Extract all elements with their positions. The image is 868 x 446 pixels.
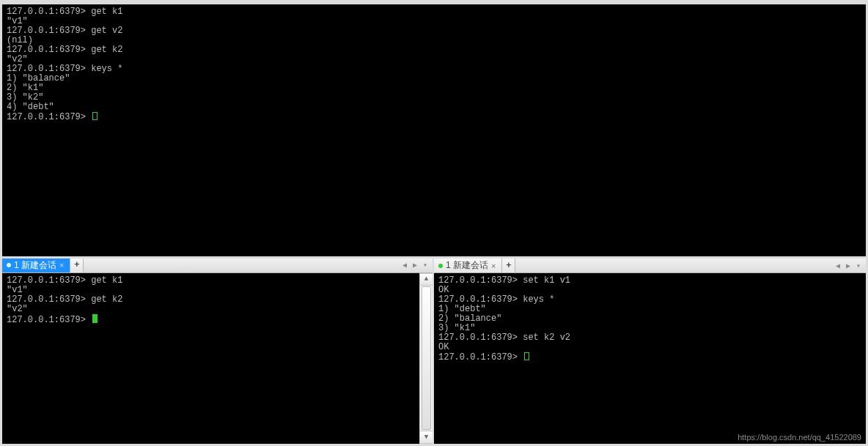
- tab-next-button[interactable]: ▶: [411, 261, 419, 270]
- vertical-scrollbar[interactable]: ▲ ▼: [419, 273, 433, 444]
- chevron-up-icon: ▲: [424, 275, 428, 283]
- add-tab-button-right[interactable]: +: [502, 259, 515, 272]
- close-icon[interactable]: ×: [59, 261, 64, 270]
- tab-nav-left: ◀ ▶ ▾: [400, 259, 433, 272]
- tab-label: 1 新建会话: [14, 259, 56, 272]
- plus-icon: +: [74, 260, 79, 270]
- add-tab-button-left[interactable]: +: [70, 259, 84, 272]
- connection-status-icon: [438, 264, 443, 268]
- scroll-up-button[interactable]: ▲: [420, 273, 433, 286]
- tab-session-1-left[interactable]: 1 新建会话 ×: [2, 259, 70, 272]
- left-terminal-pane: 1 新建会话 × + ◀ ▶ ▾ 127.0.0.1:6379> get k1 …: [0, 259, 434, 446]
- tab-prev-button[interactable]: ◀: [834, 261, 842, 270]
- tab-prev-button[interactable]: ◀: [400, 261, 409, 270]
- tab-label: 1 新建会话: [446, 259, 488, 272]
- tab-menu-button[interactable]: ▾: [854, 261, 863, 270]
- right-terminal-pane: 1 新建会话 × + ◀ ▶ ▾ 127.0.0.1:6379> set k1 …: [434, 259, 868, 446]
- right-terminal-area[interactable]: 127.0.0.1:6379> set k1 v1 OK 127.0.0.1:6…: [434, 273, 866, 444]
- connection-status-icon: [7, 263, 11, 267]
- scroll-down-button[interactable]: ▼: [420, 431, 433, 444]
- top-terminal-pane[interactable]: 127.0.0.1:6379> get k1 "v1" 127.0.0.1:63…: [0, 0, 868, 259]
- right-tabstrip: 1 新建会话 × + ◀ ▶ ▾: [434, 259, 866, 273]
- top-terminal-output: 127.0.0.1:6379> get k1 "v1" 127.0.0.1:63…: [2, 4, 866, 125]
- tab-session-1-right[interactable]: 1 新建会话 ×: [434, 259, 502, 272]
- close-icon[interactable]: ×: [491, 261, 496, 270]
- scrollbar-thumb[interactable]: [422, 286, 431, 430]
- tab-nav-right: ◀ ▶ ▾: [834, 259, 866, 272]
- tab-menu-button[interactable]: ▾: [421, 261, 430, 270]
- plus-icon: +: [506, 261, 511, 271]
- tab-next-button[interactable]: ▶: [844, 261, 853, 270]
- app-root: 127.0.0.1:6379> get k1 "v1" 127.0.0.1:63…: [0, 0, 868, 446]
- bottom-split: 1 新建会话 × + ◀ ▶ ▾ 127.0.0.1:6379> get k1 …: [0, 259, 868, 446]
- right-terminal-output: 127.0.0.1:6379> set k1 v1 OK 127.0.0.1:6…: [434, 273, 866, 444]
- left-terminal-output: 127.0.0.1:6379> get k1 "v1" 127.0.0.1:63…: [2, 273, 419, 444]
- left-terminal-area[interactable]: 127.0.0.1:6379> get k1 "v1" 127.0.0.1:63…: [2, 273, 433, 444]
- left-tabstrip: 1 新建会话 × + ◀ ▶ ▾: [2, 259, 433, 273]
- chevron-down-icon: ▼: [424, 434, 428, 441]
